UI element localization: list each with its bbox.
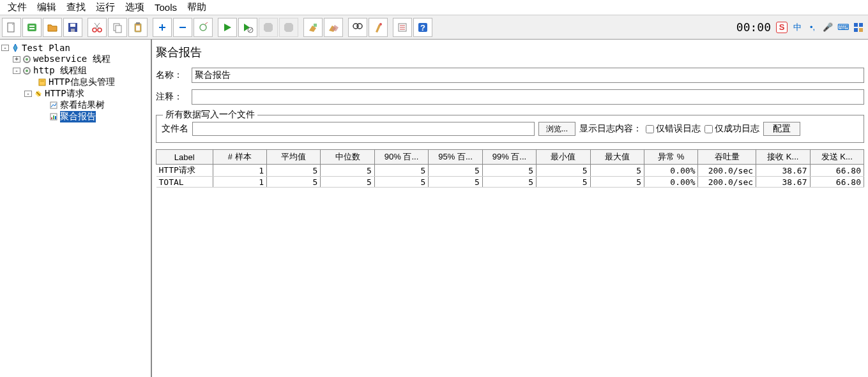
ime-punct-icon[interactable]: •,: [807, 22, 818, 33]
tree-root-label: Test Plan: [22, 43, 70, 53]
name-input[interactable]: [192, 68, 864, 83]
collapse-toggle[interactable]: -: [13, 68, 20, 74]
table-row[interactable]: TOTAL 1 5 5 5 5 5 5 5 0.00% 200.0/sec 38…: [156, 177, 864, 188]
reset-search-icon[interactable]: [369, 18, 388, 37]
ime-keyboard-icon[interactable]: ⌨: [837, 22, 849, 33]
svg-rect-6: [70, 24, 75, 27]
tree-node-header-mgr[interactable]: HTTP信息头管理: [1, 77, 149, 88]
only-success-checkbox[interactable]: 仅成功日志: [704, 123, 759, 135]
toggle-icon[interactable]: [194, 18, 213, 37]
tree-root[interactable]: - Test Plan: [1, 42, 149, 54]
cell-send: 66.80: [810, 165, 864, 177]
search-icon[interactable]: [348, 18, 367, 37]
col-p90[interactable]: 90% 百...: [374, 150, 428, 165]
collapse-toggle[interactable]: -: [24, 91, 32, 97]
col-avg[interactable]: 平均值: [266, 150, 320, 165]
svg-rect-40: [854, 28, 858, 32]
expand-toggle[interactable]: +: [13, 56, 20, 63]
ime-grid-icon[interactable]: [853, 22, 864, 33]
cell-min: 5: [537, 165, 590, 177]
svg-point-30: [357, 24, 362, 29]
cell-throughput: 200.0/sec: [698, 165, 756, 177]
comment-input[interactable]: [192, 89, 864, 105]
tree-node-aggregate-report[interactable]: 聚合报告: [1, 111, 149, 122]
menu-help[interactable]: 帮助: [182, 0, 211, 15]
col-p95[interactable]: 95% 百...: [429, 150, 482, 165]
start-icon[interactable]: [218, 18, 237, 37]
ime-mic-icon[interactable]: 🎤: [822, 22, 834, 33]
stop-icon[interactable]: [259, 18, 278, 37]
svg-rect-13: [116, 26, 121, 33]
templates-icon[interactable]: [22, 18, 42, 37]
panel-title: 聚合报告: [156, 45, 864, 60]
col-max[interactable]: 最大值: [590, 150, 644, 165]
listener-icon: [49, 100, 59, 110]
cell-max: 5: [590, 177, 644, 188]
col-label[interactable]: Label: [156, 150, 213, 165]
only-success-input[interactable]: [704, 125, 713, 133]
ime-s-icon[interactable]: S: [776, 22, 788, 33]
name-label: 名称：: [156, 70, 192, 81]
ime-zh-icon[interactable]: 中: [791, 22, 803, 33]
col-samples[interactable]: # 样本: [213, 150, 266, 165]
system-tray: S 中 •, 🎤 ⌨: [773, 22, 867, 33]
svg-rect-4: [29, 28, 34, 29]
tree-node-view-results[interactable]: 察看结果树: [1, 100, 149, 111]
col-throughput[interactable]: 吞吐量: [698, 150, 756, 165]
browse-button[interactable]: 浏览...: [538, 122, 575, 136]
menu-options[interactable]: 选项: [120, 0, 149, 15]
cut-icon[interactable]: [88, 18, 107, 37]
config-button[interactable]: 配置: [763, 122, 800, 136]
test-plan-tree[interactable]: - Test Plan + webservice 线程 - http 线程组 H…: [0, 40, 152, 377]
menu-tools[interactable]: Tools: [149, 1, 182, 14]
expand-icon[interactable]: [153, 18, 172, 37]
help-icon[interactable]: ?: [413, 18, 432, 37]
menu-file[interactable]: 文件: [3, 0, 32, 15]
svg-rect-39: [859, 23, 863, 27]
tree-node-webservice[interactable]: + webservice 线程: [1, 54, 149, 65]
new-file-icon[interactable]: [2, 18, 21, 37]
table-row[interactable]: HTTP请求 1 5 5 5 5 5 5 5 0.00% 200.0/sec 3…: [156, 165, 864, 177]
main-split: - Test Plan + webservice 线程 - http 线程组 H…: [0, 40, 868, 377]
col-median[interactable]: 中位数: [321, 150, 374, 165]
svg-point-31: [379, 23, 382, 26]
cell-recv: 38.67: [756, 165, 810, 177]
clear-icon[interactable]: [303, 18, 323, 37]
tree-node-label: webservice 线程: [33, 54, 110, 65]
start-no-timers-icon[interactable]: [238, 18, 257, 37]
collapse-toggle[interactable]: -: [1, 45, 9, 51]
menu-search[interactable]: 查找: [61, 0, 91, 15]
col-p99[interactable]: 99% 百...: [482, 150, 536, 165]
results-table[interactable]: Label # 样本 平均值 中位数 90% 百... 95% 百... 99%…: [156, 149, 864, 188]
menu-run[interactable]: 运行: [91, 0, 120, 15]
sampler-icon: [33, 89, 43, 99]
svg-line-25: [248, 28, 252, 32]
clear-all-icon[interactable]: [324, 18, 343, 37]
open-icon[interactable]: [43, 18, 62, 37]
menu-edit[interactable]: 编辑: [32, 0, 61, 15]
svg-point-8: [93, 28, 96, 32]
collapse-icon[interactable]: [173, 18, 192, 37]
only-error-checkbox[interactable]: 仅错误日志: [646, 123, 701, 135]
col-min[interactable]: 最小值: [537, 150, 590, 165]
svg-point-45: [26, 70, 28, 72]
svg-rect-51: [53, 115, 54, 119]
filename-input[interactable]: [192, 122, 535, 136]
paste-icon[interactable]: [128, 18, 148, 37]
function-helper-icon[interactable]: [393, 18, 412, 37]
cell-p99: 5: [482, 177, 536, 188]
cell-avg: 5: [266, 177, 320, 188]
col-recv[interactable]: 接收 K...: [756, 150, 810, 165]
copy-icon[interactable]: [108, 18, 127, 37]
tree-node-label: HTTP请求: [45, 88, 84, 100]
results-table-wrap: Label # 样本 平均值 中位数 90% 百... 95% 百... 99%…: [156, 149, 864, 372]
col-send[interactable]: 发送 K...: [810, 150, 864, 165]
only-error-input[interactable]: [646, 125, 654, 133]
cell-throughput: 200.0/sec: [698, 177, 756, 188]
tree-node-http-request[interactable]: - HTTP请求: [1, 88, 149, 100]
shutdown-icon[interactable]: [279, 18, 298, 37]
col-error[interactable]: 异常 %: [644, 150, 698, 165]
listener-icon: [49, 112, 59, 122]
tree-node-http-group[interactable]: - http 线程组: [1, 65, 149, 77]
save-icon[interactable]: [63, 18, 82, 37]
